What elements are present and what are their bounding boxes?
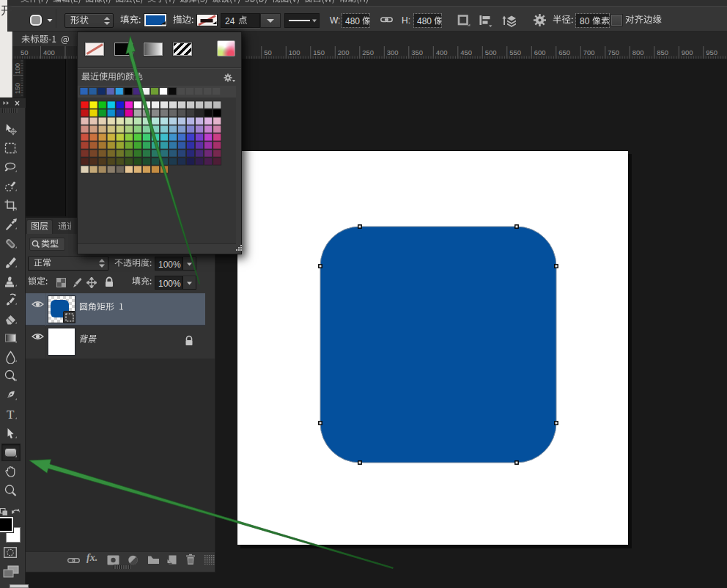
svg-text:550: 550 (509, 48, 521, 56)
svg-text:T: T (7, 408, 15, 421)
svg-text:450: 450 (460, 48, 472, 56)
svg-text:600: 600 (534, 48, 546, 56)
svg-text:300: 300 (387, 48, 399, 56)
svg-text:650: 650 (558, 48, 570, 56)
svg-text:150: 150 (313, 48, 325, 56)
svg-text:700: 700 (583, 48, 595, 56)
svg-text:350: 350 (411, 48, 423, 56)
svg-text:50: 50 (21, 48, 29, 56)
svg-text:400: 400 (436, 48, 448, 56)
svg-text:500: 500 (485, 48, 497, 56)
svg-text:250: 250 (362, 48, 374, 56)
svg-text:750: 750 (608, 48, 619, 56)
svg-text:200: 200 (338, 48, 350, 56)
svg-text:100: 100 (289, 48, 300, 56)
svg-text:950: 950 (706, 48, 717, 56)
svg-text:800: 800 (632, 48, 644, 56)
svg-text:400: 400 (43, 48, 55, 56)
svg-text:900: 900 (682, 48, 693, 56)
svg-text:50: 50 (264, 48, 272, 56)
svg-text:150: 150 (14, 83, 21, 94)
svg-text:100: 100 (14, 63, 21, 74)
svg-text:850: 850 (657, 48, 668, 56)
